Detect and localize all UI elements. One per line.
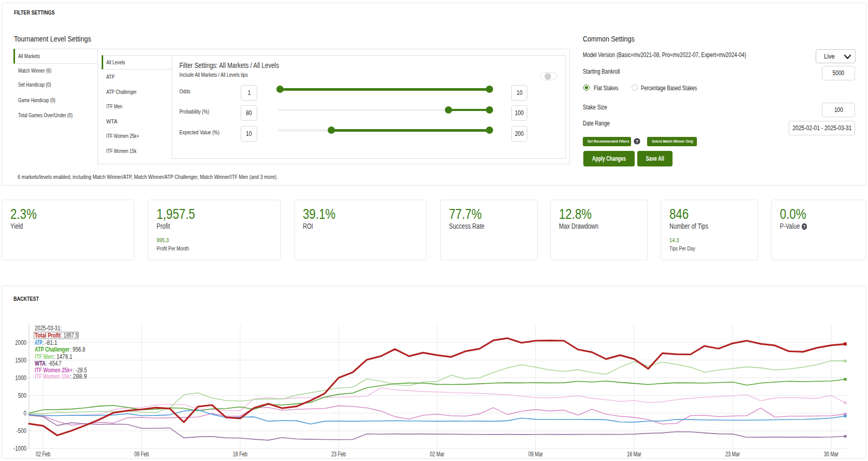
svg-text:1500: 1500 — [15, 357, 26, 364]
svg-text:ITF Men: ITF Men — [35, 353, 53, 360]
svg-text:Total Profit: Total Profit — [35, 332, 61, 339]
svg-text:ITF Women 15k: ITF Women 15k — [35, 373, 69, 380]
svg-text:1000: 1000 — [15, 374, 26, 382]
svg-text:2025-03-31:: 2025-03-31: — [35, 325, 62, 332]
svg-text:?: ? — [636, 139, 639, 144]
svg-text:: -654.7: : -654.7 — [46, 360, 62, 367]
svg-text:WTA: WTA — [35, 360, 46, 367]
svg-text:02 Mar: 02 Mar — [430, 451, 444, 458]
svg-text:: 1957.5: : 1957.5 — [61, 332, 78, 339]
svg-text:ATP: ATP — [35, 339, 42, 346]
svg-text:: 956.8: : 956.8 — [70, 346, 86, 353]
svg-text:09 Feb: 09 Feb — [134, 451, 149, 458]
svg-text:500: 500 — [18, 392, 26, 399]
svg-text:23 Feb: 23 Feb — [331, 451, 346, 458]
svg-text:02 Feb: 02 Feb — [36, 451, 50, 458]
svg-text:23 Mar: 23 Mar — [725, 451, 740, 458]
svg-text:-500: -500 — [17, 427, 27, 435]
svg-text:: 1476.1: : 1476.1 — [54, 353, 73, 360]
svg-text:30 Mar: 30 Mar — [824, 451, 838, 458]
svg-text:2000: 2000 — [15, 339, 26, 346]
svg-text:: -81.1: : -81.1 — [43, 339, 58, 346]
svg-text:16 Mar: 16 Mar — [627, 451, 641, 458]
svg-text:0: 0 — [24, 410, 26, 417]
svg-text:?: ? — [803, 224, 806, 230]
svg-text:ATP Challenger: ATP Challenger — [35, 346, 69, 353]
svg-text:16 Feb: 16 Feb — [233, 451, 247, 458]
svg-text:-1000: -1000 — [13, 445, 26, 452]
svg-text:: 288.9: : 288.9 — [70, 373, 87, 380]
svg-text:09 Mar: 09 Mar — [528, 451, 543, 458]
